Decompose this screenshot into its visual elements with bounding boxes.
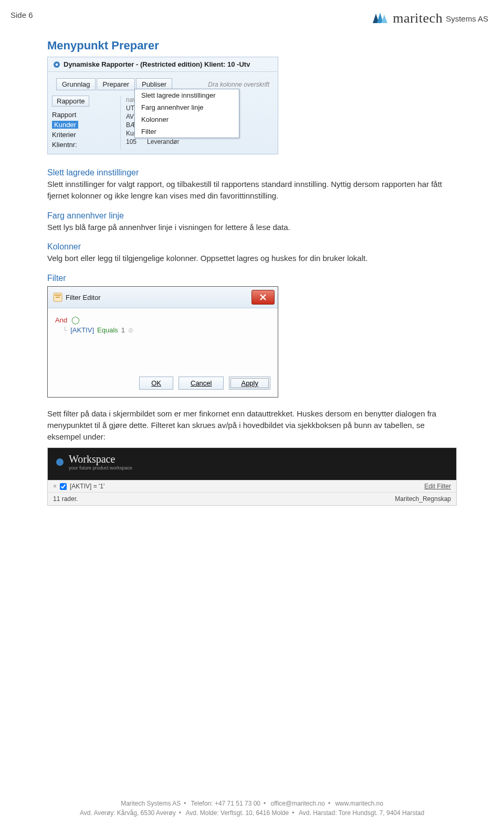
svg-rect-7 (56, 297, 60, 298)
app-icon (53, 61, 60, 68)
svg-point-10 (56, 458, 64, 466)
workspace-title: Workspace (69, 453, 115, 465)
left-row-kunder[interactable]: Kunder (52, 121, 78, 129)
filter-editor-icon (53, 293, 62, 302)
footer-addr-harstad: Avd. Harstad: Tore Hundsgt. 7, 9404 Hars… (299, 809, 424, 817)
footer-addr-molde: Avd. Molde: Verftsgt. 10, 6416 Molde (186, 809, 289, 817)
filter-expression: [AKTIV] = '1' (70, 483, 104, 490)
filter-root-op[interactable]: And (55, 316, 67, 324)
paragraph: Slett innstillinger for valgt rapport, o… (47, 179, 457, 202)
footer-addr-averoy: Avd. Averøy: Kårvåg, 6530 Averøy (80, 809, 176, 817)
footer-company: Maritech Systems AS (121, 800, 181, 807)
footer-phone: Telefon: +47 71 51 73 00 (191, 800, 260, 807)
left-row-klientnr: Klientnr: (52, 140, 120, 150)
close-icon (259, 294, 267, 301)
apply-label: Apply (241, 379, 258, 387)
footer-bar-example: Workspace your future product workspace … (47, 447, 457, 506)
svg-rect-6 (55, 295, 61, 296)
close-button[interactable] (251, 290, 275, 305)
filter-editor-dialog: Filter Editor And ◯ └ [AKTIV] Equals 1 ⊘… (47, 286, 278, 398)
subheading-slett: Slett lagrede innstillinger (47, 168, 457, 177)
menu-farg-linje[interactable]: Farg annenhver linje (135, 101, 239, 113)
window-title: Dynamiske Rapporter - (Restricted editio… (64, 60, 250, 68)
column-drag-hint: Dra kolonne overskrift (208, 81, 269, 88)
paragraph: Velg bort eller legg til tilgjengelige k… (47, 253, 457, 264)
filter-operator[interactable]: Equals (97, 326, 118, 334)
ok-label: OK (151, 379, 161, 387)
svg-point-4 (56, 63, 58, 65)
paragraph: Sett filter på data i skjermbildet som e… (47, 408, 457, 442)
page-number: Side 6 (10, 11, 33, 19)
filter-field[interactable]: [AKTIV] (70, 326, 94, 334)
svg-marker-2 (381, 15, 387, 23)
subheading-farg: Farg annenhver linje (47, 211, 457, 221)
tab-preparer[interactable]: Preparer (97, 78, 135, 90)
brand-logo: maritech Systems AS (372, 11, 488, 26)
page-footer: Maritech Systems AS• Telefon: +47 71 51 … (0, 799, 504, 818)
list-item-num: 105 (126, 138, 136, 145)
logo-icon (372, 12, 390, 25)
subheading-kolonner: Kolonner (47, 242, 457, 252)
left-row-rapport: Rapport (52, 110, 120, 120)
left-row-kriterier: Kriterier (52, 130, 120, 140)
cancel-button[interactable]: Cancel (178, 377, 224, 390)
apply-button[interactable]: Apply (229, 377, 270, 390)
db-name: Maritech_Regnskap (395, 495, 451, 503)
filter-value[interactable]: 1 (121, 326, 125, 334)
screenshot-preparer-menu: Dynamiske Rapporter - (Restricted editio… (47, 57, 278, 154)
ok-button[interactable]: OK (139, 377, 173, 390)
workspace-subtitle: your future product workspace (69, 465, 132, 471)
tree-branch-icon: └ (62, 326, 67, 334)
paragraph: Sett lys blå farge på annenhver linje i … (47, 222, 457, 233)
menu-filter[interactable]: Filter (135, 126, 239, 138)
row-count: 11 rader. (53, 495, 78, 503)
edit-filter-link[interactable]: Edit Filter (424, 483, 451, 490)
brand-name: maritech (393, 11, 443, 26)
footer-web: www.maritech.no (335, 800, 383, 807)
rapporte-button[interactable]: Rapporte (52, 96, 89, 107)
footer-email: office@maritech.no (271, 800, 325, 807)
cancel-label: Cancel (191, 379, 212, 387)
subheading-filter: Filter (47, 274, 457, 283)
clear-filter-icon[interactable]: × (53, 483, 57, 490)
remove-condition-icon[interactable]: ⊘ (128, 327, 133, 334)
add-condition-icon[interactable]: ◯ (71, 316, 80, 324)
list-item: Leverandør (147, 138, 179, 145)
brand-suffix: Systems AS (446, 14, 488, 23)
preparer-dropdown: Slett lagrede innstillinger Farg annenhv… (134, 89, 239, 138)
tab-grunnlag[interactable]: Grunnlag (56, 78, 96, 90)
filter-toggle-checkbox[interactable] (60, 483, 67, 490)
menu-kolonner[interactable]: Kolonner (135, 113, 239, 126)
main-heading: Menypunkt Preparer (47, 39, 457, 53)
filter-editor-title: Filter Editor (66, 294, 251, 301)
workspace-icon (55, 457, 65, 467)
menu-slett-lagrede[interactable]: Slett lagrede innstillinger (135, 89, 239, 101)
